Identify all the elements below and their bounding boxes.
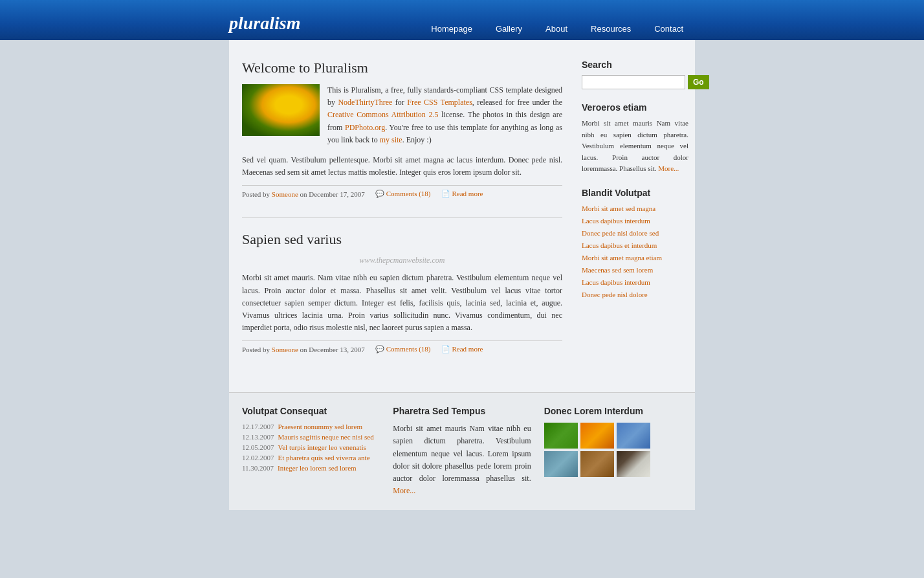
nav-homepage[interactable]: Homepage [419,19,484,40]
post-readmore-1: 📄Read more [441,190,483,198]
search-input[interactable] [582,75,685,89]
sidebar-blandit-section: Blandit Volutpat Morbi sit amet sed magn… [582,188,688,300]
link-nodethirtythree[interactable]: NodeThirtyThree [338,98,392,107]
post-comments-2: 💬Comments (18) [375,345,431,353]
blandit-link-3[interactable]: Donec pede nisl dolore sed [582,229,659,237]
post-divider-1 [242,217,562,218]
footer-col1: Volutpat Consequat 12.17.2007 Praesent n… [242,406,380,497]
list-item: 11.30.2007 Integer leo lorem sed lorem [242,464,380,472]
footer-col1-link-2[interactable]: Mauris sagittis neque nec nisi sed [278,433,374,441]
link-cc[interactable]: Creative Commons Attribution 2.5 [327,110,438,119]
post-footer-2: Posted by Someone on December 13, 2007 💬… [242,340,562,353]
list-item: 12.13.2007 Mauris sagittis neque nec nis… [242,433,380,441]
search-heading: Search [582,60,688,70]
search-button[interactable]: Go [688,75,709,89]
gallery-thumb-2[interactable] [580,423,614,449]
post-title-2: Sapien sed varius [242,231,562,248]
post-readmore-link-2[interactable]: Read more [452,345,483,353]
post-intro-text-1: This is Pluralism, a free, fully standar… [327,84,562,146]
blandit-link-7[interactable]: Lacus dapibus interdum [582,278,650,286]
main-nav: Homepage Gallery About Resources Contact [419,19,695,40]
post-readmore-link-1[interactable]: Read more [452,190,483,197]
footer-col1-list: 12.17.2007 Praesent nonummy sed lorem 12… [242,423,380,472]
post-comments-1: 💬Comments (18) [375,190,431,198]
post-author-link-2[interactable]: Someone [272,346,298,353]
post-body-1: Sed vel quam. Vestibulum pellentesque. M… [242,154,562,179]
link-mysite[interactable]: my site [380,135,402,144]
post-author-label-2: Posted by Someone on December 13, 2007 [242,346,365,353]
post-footer-1: Posted by Someone on December 17, 2007 💬… [242,185,562,198]
blandit-link-4[interactable]: Lacus dapibus et interdum [582,241,657,249]
site-title: pluralism [229,13,300,40]
post-author-label-1: Posted by Someone on December 17, 2007 [242,190,365,198]
post-sapien: Sapien sed varius www.thepcmanwebsite.co… [242,231,562,353]
footer-col2-title: Pharetra Sed Tempus [393,406,531,416]
link-freecss[interactable]: Free CSS Templates [407,98,472,107]
blandit-link-8[interactable]: Donec pede nisl dolore [582,291,648,298]
footer-col3: Donec Lorem Interdum [544,406,682,497]
list-item: 12.02.2007 Et pharetra quis sed viverra … [242,454,380,461]
gallery-thumb-5[interactable] [580,451,614,477]
post-image-1 [242,84,320,136]
blandit-link-1[interactable]: Morbi sit amet sed magna [582,205,655,212]
post-readmore-2: 📄Read more [441,345,483,353]
post-comments-link-2[interactable]: Comments (18) [386,345,431,353]
link-pdphoto[interactable]: PDPhoto.org [345,123,385,132]
blandit-link-6[interactable]: Maecenas sed sem lorem [582,266,653,274]
footer-col1-title: Volutpat Consequat [242,406,380,416]
footer-col1-link-4[interactable]: Et pharetra quis sed viverra ante [278,454,370,461]
gallery-thumb-3[interactable] [617,423,650,449]
veroeros-heading: Veroeros etiam [582,102,688,113]
blandit-heading: Blandit Volutpat [582,188,688,198]
footer-col1-link-5[interactable]: Integer leo lorem sed lorem [278,464,357,472]
sidebar-veroeros-section: Veroeros etiam Morbi sit amet mauris Nam… [582,102,688,175]
post-title-1: Welcome to Pluralism [242,60,562,76]
nav-resources[interactable]: Resources [579,19,643,40]
gallery-thumb-4[interactable] [544,451,578,477]
nav-about[interactable]: About [534,19,579,40]
post-body-2: Morbi sit amet mauris. Nam vitae nibh eu… [242,272,562,334]
post-comments-link-1[interactable]: Comments (18) [386,190,431,197]
nav-contact[interactable]: Contact [643,19,695,40]
footer-col3-title: Donec Lorem Interdum [544,406,682,416]
blandit-links: Morbi sit amet sed magna Lacus dapibus i… [582,203,688,300]
post-welcome: Welcome to Pluralism This is Pluralism, … [242,60,562,198]
list-item: 12.05.2007 Vel turpis integer leo venena… [242,443,380,451]
gallery-thumb-1[interactable] [544,423,578,449]
footer-col2: Pharetra Sed Tempus Morbi sit amet mauri… [393,406,531,497]
gallery-thumb-6[interactable] [617,451,650,477]
list-item: 12.17.2007 Praesent nonummy sed lorem [242,423,380,430]
veroeros-more-link[interactable]: More... [658,164,679,172]
sidebar-search-section: Search Go [582,60,688,89]
post-watermark-2: www.thepcmanwebsite.com [242,256,562,265]
footer-col2-text: Morbi sit amet mauris Nam vitae nibh eu … [393,423,531,497]
nav-gallery[interactable]: Gallery [484,19,534,40]
post-author-link-1[interactable]: Someone [272,190,298,198]
footer-col2-more[interactable]: More... [393,486,415,495]
footer-col1-link-1[interactable]: Praesent nonummy sed lorem [278,423,362,430]
footer-gallery [544,423,682,477]
blandit-link-2[interactable]: Lacus dapibus interdum [582,217,650,225]
blandit-link-5[interactable]: Morbi sit amet magna etiam [582,254,662,261]
veroeros-text: Morbi sit amet mauris Nam vitae nibh eu … [582,118,688,175]
footer-col1-link-3[interactable]: Vel turpis integer leo venenatis [278,443,366,451]
